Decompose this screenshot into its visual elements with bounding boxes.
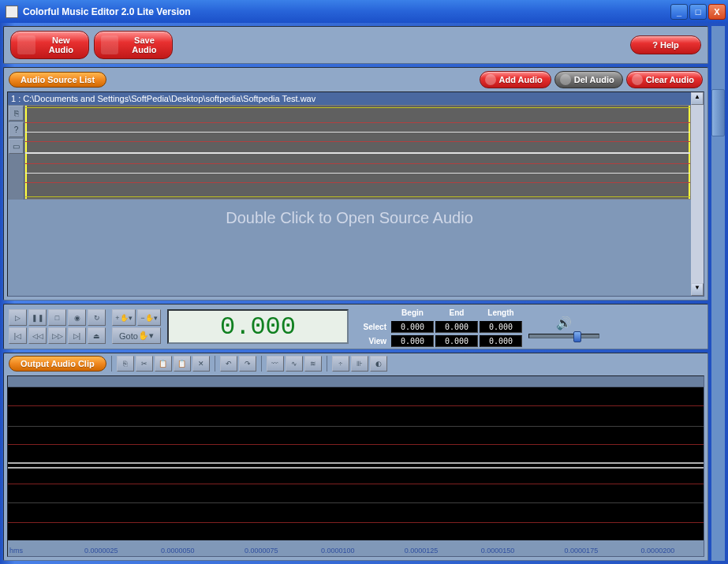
undo-button[interactable]: ↶ [220, 356, 237, 372]
source-panel: Audio Source List Add Audio Del Audio Cl… [3, 67, 708, 301]
ruler-unit: hms [9, 547, 23, 555]
output-waveform[interactable] [8, 387, 704, 540]
new-audio-icon [17, 35, 35, 54]
select-length[interactable]: 0.000 [480, 321, 522, 333]
tick: 0.0000100 [321, 547, 355, 555]
paste-button[interactable]: 📋 [155, 356, 172, 372]
minimize-button[interactable]: _ [670, 4, 688, 20]
col-end: End [435, 308, 478, 317]
source-header: Audio Source List Add Audio Del Audio Cl… [4, 68, 707, 92]
transport-panel: ▷ ❚❚ □ ◉ ↻ |◁ ◁◁ ▷▷ ▷| ⏏ +✋▾ −✋▾ Goto ✋▾… [3, 304, 708, 349]
maximize-button[interactable]: □ [689, 4, 707, 20]
volume-slider[interactable] [528, 334, 599, 338]
view-end[interactable]: 0.000 [435, 335, 478, 347]
effect3-button[interactable]: ≋ [304, 356, 322, 372]
treble-clef-icon [632, 74, 643, 85]
save-audio-button[interactable]: Save Audio [94, 31, 173, 59]
output-body: hms 0.0000025 0.0000050 0.0000075 0.0000… [7, 375, 704, 557]
output-ruler-bottom[interactable]: hms 0.0000025 0.0000050 0.0000075 0.0000… [8, 540, 704, 556]
goto-button[interactable]: Goto ✋▾ [112, 327, 161, 344]
forward-button[interactable]: ▷▷ [48, 327, 66, 344]
copy-tool-button[interactable]: ⎘ [9, 106, 24, 121]
source-list-label: Audio Source List [9, 72, 106, 88]
del-audio-button[interactable]: Del Audio [554, 71, 623, 88]
source-scrollbar[interactable]: ▲ ▼ [691, 92, 704, 296]
effect2-button[interactable]: ∿ [286, 356, 303, 372]
row-select: Select [355, 323, 390, 331]
goto-end-button[interactable]: ▷| [68, 327, 86, 344]
zoom-in-button[interactable]: +✋▾ [112, 309, 136, 326]
paste-mix-button[interactable]: 📋 [174, 356, 191, 372]
cut-button[interactable]: ✂ [136, 356, 153, 372]
treble-clef-icon [560, 74, 571, 85]
wave-tools: ⎘ ? ▭ [8, 105, 24, 200]
volume-control: 🔊 [528, 316, 599, 338]
selection-grid: Begin End Length Select 0.000 0.000 0.00… [355, 306, 522, 347]
output-panel: Output Audio Clip ⎘ ✂ 📋 📋 ✕ ↶ ↷ 〰 ∿ ≋ ÷ … [3, 353, 708, 561]
volume-thumb[interactable] [573, 331, 581, 342]
col-length: Length [480, 308, 522, 317]
app-body: New Audio Save Audio ? Help Audio Source… [0, 23, 728, 564]
stop-button[interactable]: □ [48, 309, 66, 326]
title-bar: Colorful Music Editor 2.0 Lite Version _… [0, 0, 728, 23]
add-audio-button[interactable]: Add Audio [480, 71, 551, 88]
copy-button[interactable]: ⎘ [117, 356, 134, 372]
tick: 0.0000200 [641, 547, 675, 555]
app-right-scrollbar[interactable] [711, 26, 725, 561]
delete-button[interactable]: ✕ [192, 356, 210, 372]
source-file-path: 1 : C:\Documents and Settings\SoftPedia\… [8, 92, 691, 105]
pause-button[interactable]: ❚❚ [28, 309, 47, 326]
close-button[interactable]: X [708, 4, 726, 20]
scroll-down-button[interactable]: ▼ [691, 283, 704, 296]
tool1-button[interactable]: ÷ [332, 356, 349, 372]
goto-start-button[interactable]: |◁ [9, 327, 27, 344]
view-begin[interactable]: 0.000 [391, 335, 434, 347]
tick: 0.0000175 [565, 547, 599, 555]
new-audio-button[interactable]: New Audio [10, 31, 89, 59]
source-wave-area: ⎘ ? ▭ [8, 105, 691, 200]
source-hint: Double Click to Open Source Audio [8, 209, 691, 227]
scroll-thumb[interactable] [711, 89, 725, 136]
app-icon [6, 6, 18, 18]
zoom-out-button[interactable]: −✋▾ [137, 309, 161, 326]
scroll-up-button[interactable]: ▲ [691, 92, 704, 105]
eject-button[interactable]: ⏏ [88, 327, 106, 344]
output-ruler-top[interactable] [8, 376, 704, 387]
row-view: View [355, 337, 390, 345]
playback-buttons: ▷ ❚❚ □ ◉ ↻ |◁ ◁◁ ▷▷ ▷| ⏏ [9, 309, 106, 344]
tick: 0.0000050 [161, 547, 195, 555]
output-header: Output Audio Clip ⎘ ✂ 📋 📋 ✕ ↶ ↷ 〰 ∿ ≋ ÷ … [4, 353, 707, 374]
source-body: 1 : C:\Documents and Settings\SoftPedia\… [7, 92, 704, 297]
source-main[interactable]: 1 : C:\Documents and Settings\SoftPedia\… [8, 92, 691, 296]
help-tool-button[interactable]: ? [9, 122, 24, 137]
select-tool-button[interactable]: ▭ [9, 139, 24, 154]
redo-button[interactable]: ↷ [239, 356, 256, 372]
record-button[interactable]: ◉ [68, 309, 86, 326]
nav-buttons: +✋▾ −✋▾ Goto ✋▾ [112, 309, 161, 344]
tick: 0.0000150 [481, 547, 515, 555]
window-title: Colorful Music Editor 2.0 Lite Version [23, 6, 669, 17]
speaker-icon: 🔊 [556, 316, 572, 331]
tick: 0.0000075 [245, 547, 278, 555]
loop-button[interactable]: ↻ [88, 309, 106, 326]
play-button[interactable]: ▷ [9, 309, 27, 326]
select-end[interactable]: 0.000 [435, 321, 478, 333]
effect1-button[interactable]: 〰 [267, 356, 284, 372]
source-waveform[interactable] [24, 105, 691, 200]
tick: 0.0000125 [405, 547, 439, 555]
select-begin[interactable]: 0.000 [391, 321, 434, 333]
save-audio-icon [101, 35, 118, 54]
tool3-button[interactable]: ◐ [370, 356, 387, 372]
view-length[interactable]: 0.000 [480, 335, 522, 347]
rewind-button[interactable]: ◁◁ [28, 327, 47, 344]
main-toolbar: New Audio Save Audio ? Help [3, 26, 708, 64]
treble-clef-icon [485, 74, 496, 85]
output-clip-label: Output Audio Clip [9, 356, 106, 372]
tick: 0.0000025 [84, 547, 118, 555]
tool2-button[interactable]: ⊪ [351, 356, 368, 372]
help-button[interactable]: ? Help [630, 35, 701, 54]
col-begin: Begin [391, 308, 434, 317]
time-display: 0.000 [167, 309, 349, 344]
clear-audio-button[interactable]: Clear Audio [626, 71, 703, 88]
